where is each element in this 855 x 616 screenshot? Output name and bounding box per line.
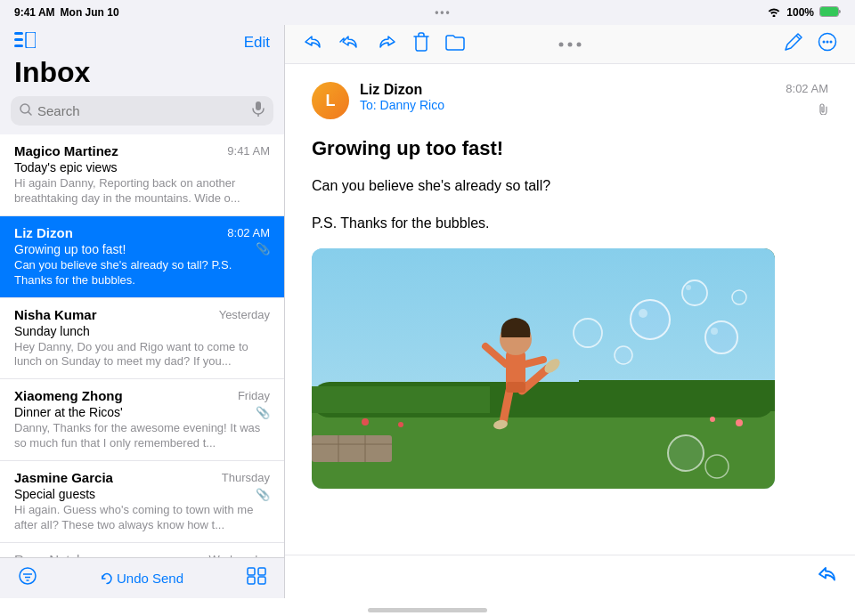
status-right: 100% — [767, 6, 841, 20]
folder-icon[interactable] — [445, 33, 465, 55]
email-list-item[interactable]: Jasmine Garcia Thursday Special guests 📎… — [0, 461, 284, 543]
battery-icon — [819, 6, 841, 20]
email-sender: Magico Martinez — [14, 143, 118, 158]
email-list-item[interactable]: Liz Dizon 8:02 AM Growing up too fast! 📎… — [0, 216, 284, 298]
email-subject: Dinner at the Ricos' — [14, 405, 123, 419]
svg-point-22 — [830, 41, 833, 44]
svg-point-52 — [615, 346, 632, 364]
status-dots: ••• — [435, 6, 452, 19]
svg-rect-3 — [14, 38, 23, 41]
email-preview: Hi again Danny, Reporting back on anothe… — [14, 176, 270, 207]
svg-rect-14 — [248, 568, 255, 575]
svg-point-55 — [711, 328, 718, 335]
home-bar — [368, 608, 487, 612]
svg-line-18 — [796, 36, 800, 39]
email-list-item[interactable]: Xiaomeng Zhong Friday Dinner at the Rico… — [0, 379, 284, 461]
svg-point-50 — [686, 285, 691, 290]
toolbar-right-icons — [784, 32, 837, 56]
search-input[interactable] — [37, 103, 247, 118]
battery-status: 100% — [786, 6, 814, 19]
svg-line-39 — [525, 360, 543, 364]
svg-point-21 — [826, 41, 829, 44]
svg-point-10 — [20, 568, 36, 584]
email-preview: Can you believe she's already so tall? P… — [14, 258, 270, 288]
sidebar-header: Edit — [0, 25, 284, 56]
email-detail-header: L Liz Dizon To: Danny Rico 8:02 AM — [312, 82, 828, 119]
compose-icon[interactable] — [784, 32, 803, 56]
svg-point-46 — [631, 300, 670, 339]
attachment-icon: 📎 — [256, 488, 270, 501]
svg-rect-4 — [14, 45, 23, 47]
inbox-title: Inbox — [0, 56, 284, 96]
svg-rect-1 — [820, 7, 838, 16]
email-time: 8:02 AM — [227, 226, 270, 239]
search-icon — [20, 103, 32, 118]
email-subject: Sunday lunch — [14, 324, 90, 338]
svg-point-54 — [705, 321, 737, 353]
svg-rect-17 — [258, 577, 265, 584]
email-sender: Liz Dizon — [14, 225, 73, 240]
trash-icon[interactable] — [413, 32, 429, 56]
detail-toolbar — [285, 25, 855, 64]
mic-icon[interactable] — [252, 101, 265, 120]
sidebar-toggle-icon[interactable] — [14, 32, 36, 53]
email-sender: Jasmine Garcia — [14, 470, 113, 485]
svg-point-28 — [362, 418, 369, 426]
search-bar[interactable] — [11, 96, 273, 126]
edit-button[interactable]: Edit — [244, 34, 270, 52]
filter-icon[interactable] — [18, 567, 37, 589]
reply-all-icon[interactable] — [338, 33, 362, 55]
email-sender: Xiaomeng Zhong — [14, 388, 123, 403]
status-left: 9:41 AM Mon Jun 10 — [14, 6, 119, 19]
svg-rect-5 — [26, 32, 36, 48]
more-icon[interactable] — [818, 32, 837, 56]
reply-icon[interactable] — [303, 33, 322, 55]
email-sender: Nisha Kumar — [14, 307, 97, 322]
svg-rect-27 — [579, 380, 775, 411]
email-preview: Hi again. Guess who's coming to town wit… — [14, 503, 270, 533]
email-list-item[interactable]: Nisha Kumar Yesterday Sunday lunch Hey D… — [0, 298, 284, 380]
svg-rect-2 — [14, 32, 23, 35]
reply-bottom-icon[interactable] — [816, 564, 837, 589]
sidebar: Edit Inbox Magi — [0, 25, 285, 598]
undo-send-button[interactable]: Undo Send — [101, 571, 183, 586]
email-list-item[interactable]: Ryan Notch Wednesday Out of town Howdy, … — [0, 543, 284, 557]
email-image — [312, 248, 775, 489]
email-time: 9:41 AM — [227, 144, 270, 158]
email-meta: Liz Dizon To: Danny Rico — [360, 82, 775, 112]
app-container: Edit Inbox Magi — [0, 25, 855, 598]
svg-rect-15 — [258, 568, 265, 575]
email-detail-subject: Growing up too fast! — [312, 137, 828, 160]
email-preview: Hey Danny, Do you and Rigo want to come … — [14, 340, 270, 370]
svg-point-20 — [823, 41, 826, 44]
email-body-1: Can you believe she's already so tall? — [312, 174, 828, 198]
email-list-item[interactable]: Magico Martinez 9:41 AM Today's epic vie… — [0, 134, 284, 216]
detail-recipient[interactable]: To: Danny Rico — [360, 98, 775, 112]
email-body-2: P.S. Thanks for the bubbles. — [312, 212, 828, 235]
svg-point-29 — [398, 422, 403, 427]
email-image-container — [312, 248, 775, 489]
email-preview: Danny, Thanks for the awesome evening! I… — [14, 421, 270, 451]
svg-point-47 — [639, 309, 647, 318]
attachment-icon: 📎 — [256, 406, 270, 419]
svg-point-31 — [736, 419, 743, 426]
detail-bottom — [285, 555, 855, 598]
email-subject: Today's epic views — [14, 160, 118, 174]
drag-dots — [559, 42, 582, 46]
svg-rect-8 — [256, 101, 261, 110]
sidebar-bottom: Undo Send — [0, 557, 284, 598]
undo-send-label: Undo Send — [117, 571, 183, 586]
status-date: Mon Jun 10 — [61, 6, 119, 19]
layout-icon[interactable] — [247, 567, 266, 589]
detail-time: 8:02 AM — [786, 82, 828, 95]
svg-rect-16 — [248, 577, 255, 584]
svg-point-58 — [574, 319, 602, 347]
status-time: 9:41 AM — [14, 6, 55, 19]
wifi-icon — [767, 6, 781, 20]
forward-icon[interactable] — [378, 33, 397, 55]
email-list: Magico Martinez 9:41 AM Today's epic vie… — [0, 134, 284, 557]
svg-rect-32 — [312, 435, 392, 462]
home-indicator — [0, 598, 855, 616]
svg-point-49 — [682, 280, 707, 305]
email-detail-content: L Liz Dizon To: Danny Rico 8:02 AM Growi… — [285, 64, 855, 555]
